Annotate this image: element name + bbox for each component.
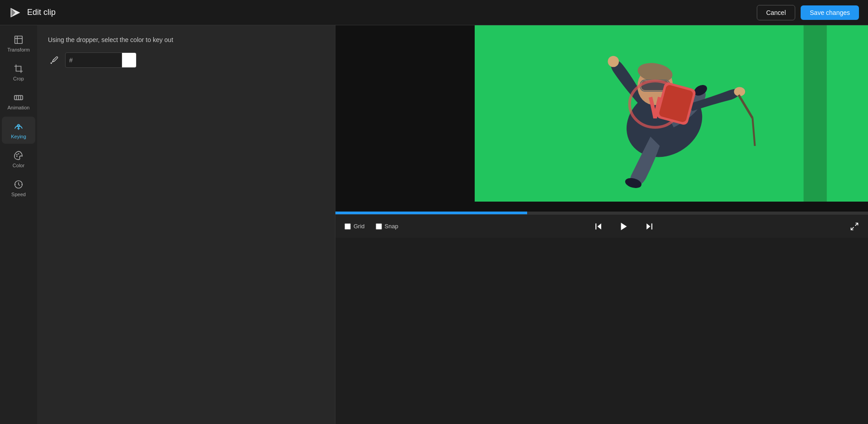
- color-picker-row: #: [48, 52, 324, 68]
- skip-forward-icon: [645, 222, 654, 231]
- playback-controls: [590, 218, 657, 235]
- dropper-icon: [50, 56, 59, 65]
- lower-panel: [335, 238, 868, 424]
- transform-icon: [13, 34, 24, 45]
- header-right: Cancel Save changes: [757, 5, 859, 20]
- color-input-wrapper: #: [65, 52, 137, 68]
- skip-back-button[interactable]: [590, 218, 607, 235]
- svg-point-19: [51, 62, 52, 64]
- sidebar: Transform Crop Animation: [0, 25, 37, 424]
- color-icon: [13, 150, 24, 161]
- sidebar-item-speed-label: Speed: [11, 192, 26, 197]
- sidebar-item-color[interactable]: Color: [2, 146, 35, 173]
- sidebar-item-speed[interactable]: Speed: [2, 174, 35, 202]
- hash-label: #: [66, 54, 76, 66]
- snap-label[interactable]: Snap: [385, 223, 398, 230]
- video-preview: [335, 25, 868, 212]
- svg-point-12: [16, 155, 18, 157]
- grid-label[interactable]: Grid: [354, 223, 365, 230]
- sidebar-item-crop-label: Crop: [13, 76, 24, 81]
- sidebar-item-transform-label: Transform: [7, 47, 30, 52]
- controls-bar: Grid Snap: [335, 214, 868, 238]
- keying-icon: [13, 121, 24, 132]
- sidebar-item-transform[interactable]: Transform: [2, 30, 35, 57]
- panel-description: Using the dropper, select the color to k…: [48, 36, 324, 43]
- sidebar-item-keying[interactable]: Keying: [2, 117, 35, 144]
- svg-rect-21: [804, 25, 827, 202]
- fullscreen-icon: [850, 222, 859, 231]
- snap-checkbox[interactable]: [376, 223, 382, 230]
- color-text-input[interactable]: [76, 57, 122, 64]
- svg-line-41: [855, 223, 858, 226]
- sidebar-item-animation[interactable]: Animation: [2, 88, 35, 115]
- sidebar-item-keying-label: Keying: [11, 134, 26, 139]
- main: Transform Crop Animation: [0, 25, 868, 424]
- dropper-button[interactable]: [48, 54, 61, 66]
- svg-line-18: [53, 59, 55, 61]
- header: Edit clip Cancel Save changes: [0, 0, 868, 25]
- preview-area: Grid Snap: [335, 25, 868, 424]
- header-left: Edit clip: [9, 6, 56, 19]
- skip-back-icon: [594, 222, 603, 231]
- svg-point-13: [16, 154, 18, 155]
- play-button[interactable]: [616, 218, 632, 235]
- fullscreen-button[interactable]: [850, 222, 859, 231]
- svg-rect-2: [15, 36, 23, 44]
- skip-forward-button[interactable]: [641, 218, 657, 235]
- green-screen-preview: [475, 25, 868, 202]
- timeline-bar[interactable]: [335, 212, 868, 214]
- svg-marker-38: [621, 222, 627, 230]
- person-figure: [475, 25, 868, 202]
- save-button[interactable]: Save changes: [801, 5, 859, 20]
- page-title: Edit clip: [27, 8, 56, 17]
- svg-point-25: [608, 56, 619, 67]
- sidebar-item-color-label: Color: [13, 163, 24, 168]
- sidebar-item-crop[interactable]: Crop: [2, 59, 35, 86]
- crop-icon: [13, 63, 24, 74]
- color-swatch[interactable]: [122, 53, 136, 67]
- play-icon: [619, 221, 629, 231]
- logo-icon: [9, 6, 22, 19]
- svg-point-14: [18, 153, 19, 155]
- cancel-button[interactable]: Cancel: [757, 5, 796, 20]
- grid-checkbox[interactable]: [344, 223, 351, 230]
- snap-checkbox-group: Snap: [376, 223, 398, 230]
- svg-line-42: [851, 227, 854, 230]
- svg-marker-36: [598, 223, 601, 229]
- timeline-progress: [335, 212, 527, 214]
- sidebar-item-animation-label: Animation: [8, 105, 30, 110]
- speed-icon: [13, 179, 24, 190]
- animation-icon: [13, 92, 24, 103]
- keying-panel: Using the dropper, select the color to k…: [37, 25, 335, 424]
- grid-checkbox-group: Grid: [344, 223, 365, 230]
- svg-marker-39: [647, 223, 651, 229]
